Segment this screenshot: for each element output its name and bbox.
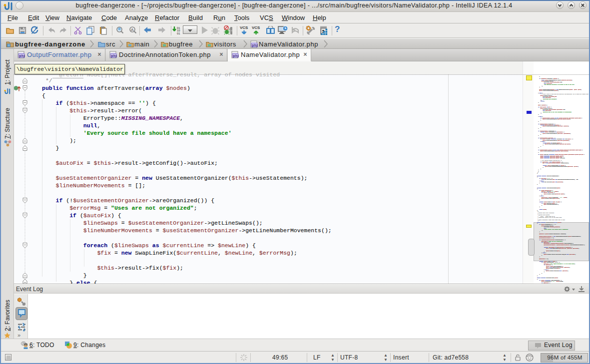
svg-text:php: php — [233, 54, 239, 58]
svg-text:VCS: VCS — [252, 25, 260, 30]
svg-text:A: A — [131, 27, 134, 32]
svg-text:php: php — [252, 43, 258, 47]
svg-text:php: php — [111, 54, 117, 58]
svg-text:VCS: VCS — [240, 25, 248, 30]
svg-text:php: php — [19, 54, 25, 58]
svg-text:01: 01 — [177, 32, 180, 35]
